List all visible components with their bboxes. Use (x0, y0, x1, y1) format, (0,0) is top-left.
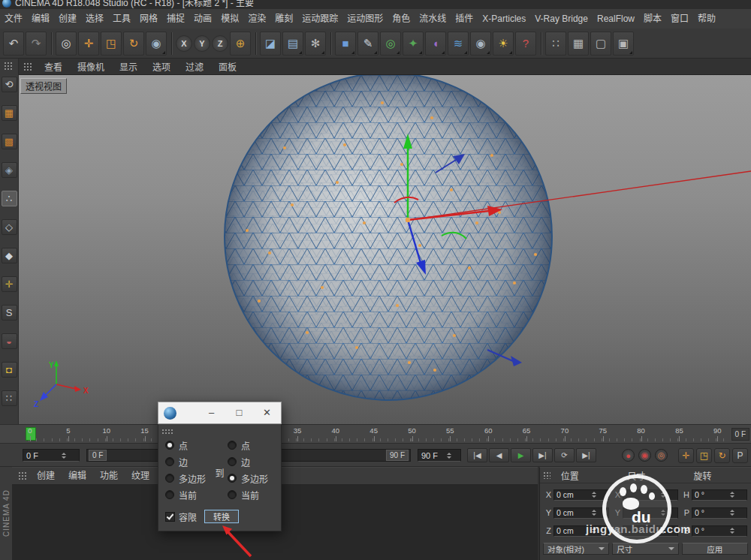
menu-item[interactable]: 模拟 (216, 9, 243, 29)
current-frame-field[interactable]: 0 F (23, 449, 80, 462)
layout-select-icon[interactable]: ▣ (613, 32, 634, 56)
add-light-icon[interactable]: ☀ (493, 32, 514, 56)
menu-item[interactable]: RealFlow (593, 9, 639, 29)
record-parameter-toggle[interactable]: P (732, 448, 748, 463)
size-z-field[interactable] (623, 525, 678, 537)
workplane-palette-icon[interactable]: ▦ (568, 32, 589, 56)
add-deformer-icon[interactable]: ◖ (425, 32, 446, 56)
add-generator-icon[interactable]: ◎ (380, 32, 401, 56)
dialog-title-bar[interactable]: – □ ✕ (158, 402, 282, 424)
record-scale-toggle[interactable]: ◳ (696, 448, 712, 463)
points-mode-icon[interactable]: ∴ (2, 191, 17, 206)
maximize-button[interactable]: □ (225, 402, 253, 424)
field-spinner[interactable] (721, 510, 745, 516)
viewport-canvas[interactable]: Y X Z 透视视图 (19, 75, 751, 424)
menu-item[interactable]: 工具 (108, 9, 135, 29)
field-spinner[interactable] (652, 528, 676, 534)
menu-item[interactable]: 编辑 (27, 9, 54, 29)
material-grip[interactable] (18, 471, 27, 480)
viewport-menu-item[interactable]: 显示 (112, 60, 145, 73)
redo-icon[interactable]: ↷ (26, 32, 47, 56)
field-spinner[interactable] (652, 510, 676, 516)
material-tab[interactable]: 纹理 (125, 468, 156, 484)
convert-to-option[interactable]: 点 (228, 439, 274, 451)
size-mode-dropdown[interactable]: 尺寸 (612, 543, 678, 555)
menu-item[interactable]: 捕捉 (162, 9, 189, 29)
coordinates-grip[interactable] (543, 471, 550, 479)
viewport-grip[interactable] (23, 62, 32, 71)
position-y-field[interactable]: 0 cm (553, 507, 609, 519)
snap-palette-icon[interactable]: ∷ (545, 32, 566, 56)
size-x-field[interactable] (623, 489, 678, 501)
autokeying-button[interactable]: ◉ (638, 449, 651, 462)
previous-frame-button[interactable]: ◀ (489, 448, 509, 462)
palette-grip[interactable] (4, 62, 13, 71)
lock-workplane-icon[interactable]: ◘ (2, 362, 17, 378)
record-rotation-toggle[interactable]: ↻ (714, 448, 730, 463)
quantize-settings-icon[interactable]: ∷ (2, 390, 17, 406)
menu-item[interactable]: 插件 (451, 9, 478, 29)
add-camera-icon[interactable]: ◉ (470, 32, 491, 56)
field-spinner[interactable] (721, 528, 745, 534)
apply-button[interactable]: 应用 (682, 543, 748, 555)
viewport-menu-item[interactable]: 摄像机 (70, 60, 112, 73)
material-tab[interactable]: 创建 (30, 468, 62, 484)
menu-item[interactable]: 动画 (189, 9, 216, 29)
render-view-icon[interactable]: ◪ (260, 32, 281, 56)
tolerance-checkbox[interactable] (165, 512, 175, 522)
record-position-toggle[interactable]: ✛ (678, 448, 694, 463)
minimize-button[interactable]: – (198, 402, 225, 424)
end-frame-spinner[interactable] (441, 453, 458, 459)
viewport-menu-item[interactable]: 过滤 (178, 60, 211, 73)
field-spinner[interactable] (721, 492, 745, 498)
position-z-field[interactable]: 0 cm (553, 525, 609, 537)
make-editable-icon[interactable]: ⟲ (2, 77, 17, 92)
move-tool-icon[interactable]: ✛ (78, 32, 99, 56)
live-selection-tool-icon[interactable]: ◎ (56, 32, 77, 56)
field-spinner[interactable] (583, 510, 607, 516)
rotate-tool-icon[interactable]: ↻ (123, 32, 144, 56)
timeline-ruler[interactable]: 0 F 051015202530354045505560657075808590 (0, 424, 751, 444)
menu-item[interactable]: 网格 (135, 9, 162, 29)
menu-item[interactable]: 角色 (388, 9, 415, 29)
viewport-menu-item[interactable]: 面板 (211, 60, 244, 73)
scale-tool-icon[interactable]: ◳ (101, 32, 122, 56)
lock-z-axis-icon[interactable]: Z (212, 35, 228, 52)
coordinate-mode-dropdown[interactable]: 对象(相对) (543, 543, 609, 555)
convert-from-option[interactable]: 边 (165, 456, 212, 468)
lock-x-axis-icon[interactable]: X (176, 35, 192, 52)
rotation-p-field[interactable]: 0 ° (692, 507, 747, 519)
convert-from-option[interactable]: 当前 (165, 489, 212, 501)
menu-item[interactable]: V-Ray Bridge (530, 9, 593, 29)
end-frame-field[interactable]: 90 F (418, 449, 461, 462)
convert-to-option[interactable]: 多边形 (228, 472, 274, 484)
add-primitive-icon[interactable]: ■ (335, 32, 356, 56)
record-keyframe-button[interactable]: ● (622, 449, 635, 462)
undo-icon[interactable]: ↶ (3, 32, 24, 56)
add-modeling-icon[interactable]: ✦ (403, 32, 424, 56)
render-to-picture-viewer-icon[interactable]: ▤ (282, 32, 303, 56)
go-to-start-button[interactable]: |◀ (467, 448, 487, 462)
go-to-end-button[interactable]: ▶| (576, 448, 596, 462)
next-frame-button[interactable]: ▶| (532, 448, 553, 462)
menu-item[interactable]: 渲染 (243, 9, 270, 29)
menu-item[interactable]: 文件 (0, 9, 27, 29)
convert-from-option[interactable]: 点 (165, 439, 212, 451)
record-active-objects-button[interactable]: ◎ (655, 449, 668, 462)
coordinate-system-icon[interactable]: ⊕ (230, 32, 251, 56)
menu-item[interactable]: 脚本 (639, 9, 666, 29)
menu-item[interactable]: 运动跟踪 (297, 9, 342, 29)
texture-mode-icon[interactable]: ▩ (2, 134, 17, 149)
menu-item[interactable]: 帮助 (693, 9, 720, 29)
rotation-b-field[interactable]: 0 ° (692, 525, 747, 537)
field-spinner[interactable] (652, 492, 676, 498)
model-mode-icon[interactable]: ▦ (2, 105, 17, 121)
workplane-mode-icon[interactable]: ◈ (2, 162, 17, 178)
menu-item[interactable]: X-Particles (478, 9, 530, 29)
play-forwards-button[interactable]: ▶ (511, 448, 531, 462)
range-end-handle[interactable]: 90 F (386, 450, 409, 461)
frame-spinner[interactable] (53, 453, 77, 459)
menu-item[interactable]: 运动图形 (342, 9, 388, 29)
menu-item[interactable]: 雕刻 (270, 9, 297, 29)
range-start-handle[interactable]: 0 F (89, 450, 107, 461)
